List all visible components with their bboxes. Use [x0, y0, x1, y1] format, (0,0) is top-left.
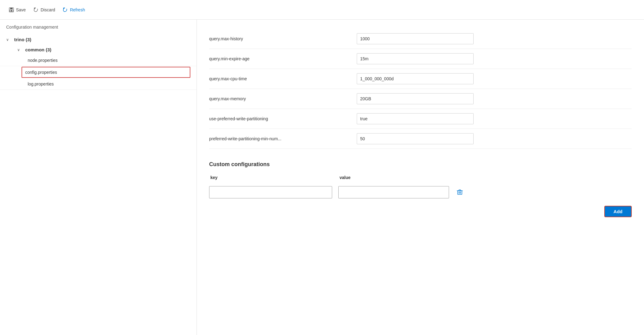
- config-key-label: query.max-memory: [209, 96, 357, 101]
- custom-config-section: Custom configurations key value: [209, 161, 632, 217]
- value-header: value: [338, 175, 632, 180]
- custom-value-input[interactable]: [338, 186, 449, 198]
- discard-label: Discard: [41, 7, 55, 12]
- config-row: query.min-expire-age: [209, 49, 632, 69]
- tree-root-label: trino (3): [14, 37, 31, 42]
- chevron-down-icon: ∨: [6, 38, 11, 42]
- config-key-label: query.max-cpu-time: [209, 76, 357, 81]
- leaf-label: log.properties: [28, 82, 54, 86]
- config-row: use-preferred-write-partitioning: [209, 109, 632, 129]
- refresh-button[interactable]: Refresh: [60, 6, 87, 14]
- sidebar: Configuration management ∨ trino (3) ∨ c…: [0, 20, 197, 335]
- sidebar-title: Configuration management: [0, 25, 197, 34]
- config-key-label: use-preferred-write-partitioning: [209, 116, 357, 121]
- custom-config-row: [209, 186, 632, 198]
- tree-child-label: common (3): [25, 47, 51, 52]
- config-key-label: preferred-write-partitioning-min-num...: [209, 136, 357, 141]
- delete-button[interactable]: [455, 188, 464, 197]
- svg-rect-1: [10, 8, 13, 9]
- config-row: query.max-history: [209, 29, 632, 49]
- custom-config-headers: key value: [209, 175, 632, 182]
- config-value-input[interactable]: [357, 33, 474, 44]
- refresh-icon: [62, 7, 68, 13]
- tree-leaf-config-properties[interactable]: config.properties: [22, 67, 190, 78]
- add-row: Add: [209, 206, 632, 217]
- refresh-label: Refresh: [70, 7, 85, 12]
- save-icon: [9, 7, 14, 13]
- discard-button[interactable]: Discard: [31, 6, 58, 14]
- config-value-input[interactable]: [357, 113, 474, 124]
- svg-rect-3: [11, 10, 12, 11]
- config-value-input[interactable]: [357, 93, 474, 104]
- save-button[interactable]: Save: [6, 6, 28, 14]
- toolbar: Save Discard Refresh: [0, 0, 644, 20]
- config-row: query.max-memory: [209, 89, 632, 109]
- custom-config-title: Custom configurations: [209, 161, 632, 168]
- discard-icon: [33, 7, 39, 13]
- chevron-down-icon: ∨: [17, 48, 22, 52]
- key-header: key: [209, 175, 332, 180]
- tree-child-common[interactable]: ∨ common (3): [0, 45, 197, 55]
- config-key-label: query.min-expire-age: [209, 56, 357, 61]
- config-value-input[interactable]: [357, 53, 474, 64]
- config-row: preferred-write-partitioning-min-num...: [209, 129, 632, 149]
- tree-root-trino[interactable]: ∨ trino (3): [0, 34, 197, 45]
- main-layout: Configuration management ∨ trino (3) ∨ c…: [0, 20, 644, 335]
- content-area: query.max-historyquery.min-expire-ageque…: [197, 20, 644, 335]
- trash-icon: [456, 189, 463, 196]
- leaf-label: node.properties: [28, 58, 58, 63]
- config-value-input[interactable]: [357, 133, 474, 144]
- save-label: Save: [16, 7, 26, 12]
- config-row: query.max-cpu-time: [209, 69, 632, 89]
- add-button[interactable]: Add: [604, 206, 632, 217]
- config-rows-container: query.max-historyquery.min-expire-ageque…: [209, 29, 632, 149]
- tree-leaf-node-properties[interactable]: node.properties: [0, 55, 197, 66]
- config-value-input[interactable]: [357, 73, 474, 84]
- custom-key-input[interactable]: [209, 186, 332, 198]
- config-key-label: query.max-history: [209, 36, 357, 41]
- leaf-label: config.properties: [25, 70, 57, 75]
- tree-leaf-log-properties[interactable]: log.properties: [0, 78, 197, 90]
